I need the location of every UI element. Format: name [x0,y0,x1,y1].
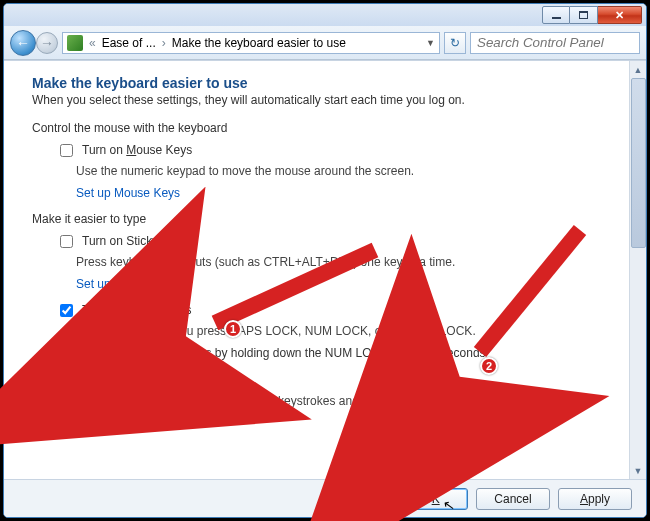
breadcrumb-chevron-icon: « [89,36,96,50]
dialog-footer: OK ↖ Cancel Apply [4,479,646,517]
refresh-button[interactable]: ↻ [444,32,466,54]
window-close-button[interactable]: ✕ [598,6,642,24]
group-heading-mouse: Control the mouse with the keyboard [32,121,605,135]
sticky-keys-checkbox-row[interactable]: Turn on Sticky Keys [56,234,605,251]
setup-sticky-keys-link[interactable]: Set up Sticky Keys [76,277,605,291]
window-maximize-button[interactable] [570,6,598,24]
apply-button[interactable]: Apply [558,488,632,510]
address-bar[interactable]: « Ease of ... › Make the keyboard easier… [62,32,440,54]
mouse-cursor-icon: ↖ [442,496,457,514]
control-panel-icon [67,35,83,51]
toggle-keys-numlock-checkbox-row[interactable]: Turn on Toggle Keys by holding down the … [76,346,605,363]
nav-back-button[interactable]: ← [10,30,36,56]
vertical-scrollbar[interactable]: ▲ ▼ [629,61,646,479]
group-heading-type: Make it easier to type [32,212,605,226]
scroll-down-icon[interactable]: ▼ [630,462,646,479]
search-input[interactable] [470,32,640,54]
page-title: Make the keyboard easier to use [32,75,605,91]
control-panel-window: ✕ ← → « Ease of ... › Make the keyboard … [3,3,647,518]
toggle-keys-checkbox-row[interactable]: Turn on Toggle Keys [56,303,605,320]
filter-keys-description: Ignore or slow down brief or repeated ke… [76,394,605,408]
mouse-keys-description: Use the numeric keypad to move the mouse… [76,164,605,178]
toggle-keys-numlock-checkbox[interactable] [80,347,93,360]
filter-keys-label: Turn on Filter Keys [82,373,183,387]
nav-forward-button[interactable]: → [36,32,58,54]
address-dropdown-icon[interactable]: ▼ [426,38,435,48]
mouse-keys-checkbox-row[interactable]: Turn on Mouse Keys [56,143,605,160]
refresh-icon: ↻ [450,36,460,50]
setup-mouse-keys-link[interactable]: Set up Mouse Keys [76,186,605,200]
breadcrumb-chevron-icon: › [162,36,166,50]
close-icon: ✕ [615,9,624,22]
setup-filter-keys-link[interactable]: Set up Filter Keys [76,416,605,430]
ok-button[interactable]: OK ↖ [394,488,468,510]
mouse-keys-checkbox[interactable] [60,144,73,157]
breadcrumb-segment[interactable]: Ease of ... [102,36,156,50]
toggle-keys-description: Hear a tone when you press CAPS LOCK, NU… [76,324,605,338]
toggle-keys-checkbox[interactable] [60,304,73,317]
window-minimize-button[interactable] [542,6,570,24]
sticky-keys-checkbox[interactable] [60,235,73,248]
mouse-keys-label: Turn on Mouse Keys [82,143,192,157]
breadcrumb-segment[interactable]: Make the keyboard easier to use [172,36,346,50]
page-description: When you select these settings, they wil… [32,93,605,107]
cancel-button[interactable]: Cancel [476,488,550,510]
arrow-right-icon: → [40,35,54,51]
content-pane: Make the keyboard easier to use When you… [4,61,629,479]
arrow-left-icon: ← [16,35,30,51]
sticky-keys-description: Press keyboard shortcuts (such as CTRL+A… [76,255,605,269]
filter-keys-checkbox-row[interactable]: Turn on Filter Keys [56,373,605,390]
scrollbar-thumb[interactable] [631,78,646,248]
explorer-navbar: ← → « Ease of ... › Make the keyboard ea… [4,26,646,60]
filter-keys-checkbox[interactable] [60,374,73,387]
toggle-keys-numlock-label: Turn on Toggle Keys by holding down the … [102,346,486,360]
toggle-keys-label: Turn on Toggle Keys [82,303,191,317]
sticky-keys-label: Turn on Sticky Keys [82,234,188,248]
scroll-up-icon[interactable]: ▲ [630,61,646,78]
